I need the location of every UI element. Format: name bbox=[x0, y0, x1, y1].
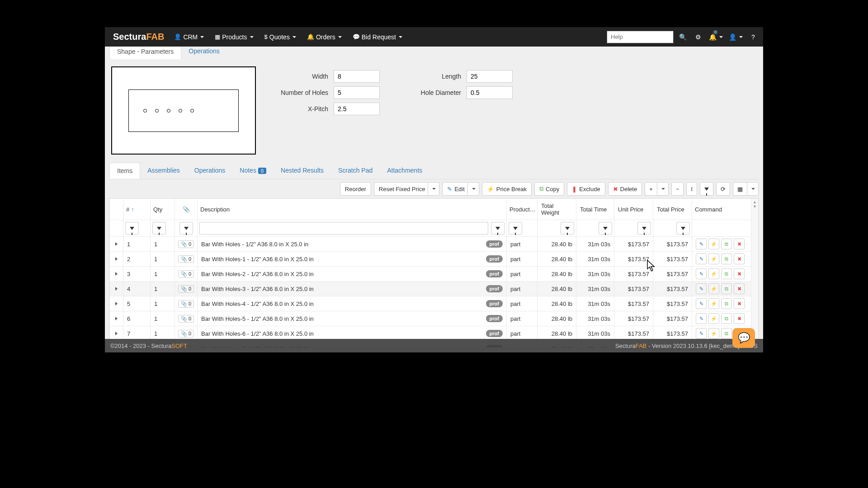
col-total-time[interactable]: Total Time bbox=[576, 199, 614, 220]
nav-orders[interactable]: 🔔Orders bbox=[302, 27, 347, 47]
row-copy-button[interactable]: ⧉ bbox=[721, 283, 732, 294]
row-price-break-button[interactable]: ⚡ bbox=[708, 283, 719, 294]
width-input[interactable] bbox=[334, 70, 380, 83]
row-price-break-button[interactable]: ⚡ bbox=[708, 253, 719, 264]
price-break-button[interactable]: ⚡Price Break bbox=[482, 182, 532, 196]
filter-description[interactable] bbox=[491, 222, 505, 235]
edit-button[interactable]: ✎Edit bbox=[442, 182, 467, 196]
table-row[interactable]: 31📎0Bar With Holes-2 - 1/2" A36 8.0 in X… bbox=[110, 267, 751, 282]
row-price-break-button[interactable]: ⚡ bbox=[708, 328, 719, 339]
grid-body[interactable]: 11📎0Bar With Holes - 1/2" A36 8.0 in X 2… bbox=[110, 237, 751, 347]
row-edit-button[interactable]: ✎ bbox=[696, 298, 707, 309]
row-price-break-button[interactable]: ⚡ bbox=[708, 239, 719, 249]
attachment-count[interactable]: 📎0 bbox=[178, 285, 194, 293]
attachment-count[interactable]: 📎0 bbox=[178, 300, 194, 308]
expand-icon[interactable] bbox=[115, 317, 118, 320]
col-qty[interactable]: Qty bbox=[151, 199, 175, 220]
nav-quotes[interactable]: $Quotes bbox=[259, 27, 302, 47]
tab-operations-upper[interactable]: Operations bbox=[181, 47, 226, 59]
col-product[interactable]: Product… bbox=[507, 199, 538, 220]
tab-assemblies[interactable]: Assemblies bbox=[140, 163, 187, 179]
expand-icon[interactable] bbox=[115, 332, 118, 335]
reorder-button[interactable]: Reorder bbox=[340, 182, 371, 196]
tab-nested-results[interactable]: Nested Results bbox=[274, 163, 331, 179]
col-unit-price[interactable]: Unit Price bbox=[614, 199, 653, 220]
table-row[interactable]: 51📎0Bar With Holes-4 - 1/2" A36 8.0 in X… bbox=[110, 296, 751, 311]
row-copy-button[interactable]: ⧉ bbox=[721, 253, 732, 264]
exclude-button[interactable]: ❚Exclude bbox=[567, 182, 605, 196]
gear-icon[interactable]: ⚙ bbox=[692, 27, 704, 47]
col-total-price[interactable]: Total Price bbox=[653, 199, 692, 220]
delete-button[interactable]: ✖Delete bbox=[608, 182, 642, 196]
help-search-input[interactable] bbox=[607, 31, 674, 43]
row-copy-button[interactable]: ⧉ bbox=[721, 328, 732, 339]
row-delete-button[interactable]: ✖ bbox=[734, 313, 745, 324]
add-caret[interactable] bbox=[657, 182, 669, 196]
row-delete-button[interactable]: ✖ bbox=[734, 298, 745, 309]
notifications-icon[interactable]: 0🔔 bbox=[707, 27, 724, 47]
filter-weight[interactable] bbox=[561, 222, 574, 235]
columns-caret[interactable] bbox=[747, 182, 759, 196]
row-edit-button[interactable]: ✎ bbox=[696, 239, 707, 249]
attachment-count[interactable]: 📎0 bbox=[178, 330, 194, 338]
tab-items[interactable]: Items bbox=[109, 163, 140, 179]
filter-description-input[interactable] bbox=[199, 222, 488, 235]
brand-logo[interactable]: SecturaFAB bbox=[108, 32, 169, 42]
col-description[interactable]: Description bbox=[198, 199, 507, 220]
row-edit-button[interactable]: ✎ bbox=[696, 268, 707, 279]
row-delete-button[interactable]: ✖ bbox=[734, 268, 745, 279]
col-attachment[interactable]: 📎 bbox=[175, 199, 198, 220]
diameter-input[interactable] bbox=[467, 86, 513, 99]
row-edit-button[interactable]: ✎ bbox=[696, 328, 707, 339]
expand-icon[interactable] bbox=[115, 257, 118, 261]
row-copy-button[interactable]: ⧉ bbox=[721, 268, 732, 279]
tab-operations[interactable]: Operations bbox=[187, 163, 232, 179]
row-copy-button[interactable]: ⧉ bbox=[721, 313, 732, 324]
filter-unit-price[interactable] bbox=[637, 222, 651, 235]
attachment-count[interactable]: 📎0 bbox=[178, 270, 194, 278]
xpitch-input[interactable] bbox=[334, 103, 380, 115]
nav-bid-request[interactable]: 💬Bid Request bbox=[347, 27, 408, 47]
col-number[interactable]: #↑ bbox=[123, 199, 151, 220]
table-row[interactable]: 11📎0Bar With Holes - 1/2" A36 8.0 in X 2… bbox=[110, 237, 751, 252]
tab-notes[interactable]: Notes0 bbox=[232, 163, 274, 179]
col-total-weight[interactable]: Total Weight bbox=[538, 199, 576, 220]
holes-input[interactable] bbox=[334, 86, 380, 99]
row-delete-button[interactable]: ✖ bbox=[734, 239, 745, 249]
filter-total-price[interactable] bbox=[676, 222, 690, 235]
filter-toggle-button[interactable] bbox=[700, 182, 713, 196]
table-row[interactable]: 21📎0Bar With Holes-1 - 1/2" A36 8.0 in X… bbox=[110, 252, 751, 267]
row-copy-button[interactable]: ⧉ bbox=[721, 298, 732, 309]
refresh-button[interactable]: ⟳ bbox=[716, 182, 730, 196]
expand-icon[interactable] bbox=[115, 287, 118, 291]
row-price-break-button[interactable]: ⚡ bbox=[708, 298, 719, 309]
col-command[interactable]: Command bbox=[692, 199, 751, 220]
row-edit-button[interactable]: ✎ bbox=[696, 283, 707, 294]
tab-scratch-pad[interactable]: Scratch Pad bbox=[331, 163, 380, 179]
row-delete-button[interactable]: ✖ bbox=[734, 283, 745, 294]
tab-attachments[interactable]: Attachments bbox=[380, 163, 429, 179]
filter-number[interactable] bbox=[125, 222, 139, 235]
attachment-count[interactable]: 📎0 bbox=[178, 255, 194, 263]
filter-qty[interactable] bbox=[152, 222, 166, 235]
grid-scrollbar[interactable]: ▲▼ bbox=[751, 199, 758, 347]
copy-button[interactable]: ⧉Copy bbox=[534, 182, 564, 196]
columns-button[interactable]: ▦ bbox=[733, 182, 747, 196]
row-copy-button[interactable]: ⧉ bbox=[721, 239, 732, 249]
table-row[interactable]: 41📎0Bar With Holes-3 - 1/2" A36 8.0 in X… bbox=[110, 282, 751, 296]
reset-fixed-price-caret[interactable] bbox=[428, 182, 439, 196]
nav-products[interactable]: ▦Products bbox=[209, 27, 259, 47]
expand-icon[interactable] bbox=[115, 272, 118, 276]
row-edit-button[interactable]: ✎ bbox=[696, 313, 707, 324]
filter-product[interactable] bbox=[509, 222, 522, 235]
help-icon[interactable]: ? bbox=[747, 27, 760, 47]
row-price-break-button[interactable]: ⚡ bbox=[708, 313, 719, 324]
search-icon[interactable]: 🔍 bbox=[676, 27, 689, 47]
length-input[interactable] bbox=[467, 70, 513, 83]
row-price-break-button[interactable]: ⚡ bbox=[708, 268, 719, 279]
filter-time[interactable] bbox=[599, 222, 612, 235]
filter-attachment[interactable] bbox=[179, 222, 193, 235]
tab-shape-parameters[interactable]: Shape - Parameters bbox=[109, 47, 181, 59]
reset-fixed-price-button[interactable]: Reset Fixed Price bbox=[374, 182, 428, 196]
column-cursor-button[interactable]: I bbox=[686, 182, 697, 196]
